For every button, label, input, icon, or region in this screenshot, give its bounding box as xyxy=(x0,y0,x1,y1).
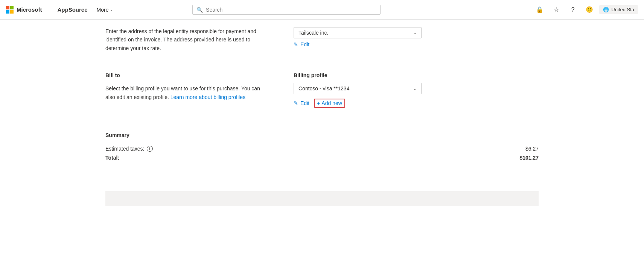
bill-to-label: Bill to xyxy=(105,72,263,78)
bill-to-description: Select the billing profile you want to u… xyxy=(105,84,263,101)
favorites-button[interactable]: ☆ xyxy=(550,3,563,17)
top-description-text: Enter the address of the legal entity re… xyxy=(105,27,263,52)
summary-label: Summary xyxy=(105,132,539,138)
learn-more-link[interactable]: Learn more about billing profiles xyxy=(171,94,245,100)
region-button[interactable]: 🌐 United Sta xyxy=(599,5,638,14)
top-right: Tailscale inc. ⌄ ✎ Edit xyxy=(294,27,422,52)
bill-to-section: Bill to Select the billing profile you w… xyxy=(105,60,539,120)
info-icon[interactable]: i xyxy=(147,146,153,152)
chevron-down-icon: ⌄ xyxy=(110,8,113,12)
feedback-button[interactable]: 🙂 xyxy=(583,3,596,17)
header-actions: 🔒 ☆ ? 🙂 🌐 United Sta xyxy=(533,3,638,17)
total-value: $101.27 xyxy=(519,155,539,161)
bottom-separator xyxy=(105,176,539,176)
lock-icon: 🔒 xyxy=(536,6,544,13)
microsoft-logo xyxy=(6,6,14,14)
region-label: United Sta xyxy=(611,7,634,12)
estimated-taxes-row: Estimated taxes: i $6.27 xyxy=(105,146,539,152)
star-icon: ☆ xyxy=(554,6,559,13)
pencil-icon: ✎ xyxy=(294,100,298,106)
help-button[interactable]: ? xyxy=(566,3,580,17)
address-edit-link[interactable]: ✎ Edit xyxy=(294,41,422,47)
globe-icon: 🌐 xyxy=(603,7,609,12)
address-edit-label: Edit xyxy=(300,41,309,47)
total-row: Total: $101.27 xyxy=(105,155,539,161)
top-section: Enter the address of the legal entity re… xyxy=(105,20,539,60)
add-new-link[interactable]: + Add new xyxy=(314,99,345,108)
bill-to-right: Billing profile Contoso - visa **1234 ⌄ … xyxy=(294,72,422,108)
search-input[interactable] xyxy=(206,7,376,13)
summary-section: Summary Estimated taxes: i $6.27 Total: … xyxy=(105,120,539,176)
smiley-icon: 🙂 xyxy=(586,6,593,13)
pencil-icon: ✎ xyxy=(294,41,298,47)
more-menu[interactable]: More ⌄ xyxy=(94,5,116,14)
bill-to-left: Bill to Select the billing profile you w… xyxy=(105,72,263,108)
search-box[interactable]: 🔍 xyxy=(192,5,381,15)
main-content: Enter the address of the legal entity re… xyxy=(0,20,644,206)
billing-profile-dropdown[interactable]: Contoso - visa **1234 ⌄ xyxy=(294,83,422,94)
estimated-taxes-label: Estimated taxes: xyxy=(105,146,145,152)
total-label: Total: xyxy=(105,155,119,161)
address-dropdown-value: Tailscale inc. xyxy=(298,30,328,36)
chevron-down-icon: ⌄ xyxy=(413,30,417,35)
billing-edit-label: Edit xyxy=(300,100,309,106)
billing-profile-label: Billing profile xyxy=(294,72,422,78)
header: Microsoft AppSource More ⌄ 🔍 🔒 ☆ ? 🙂 🌐 U… xyxy=(0,0,644,20)
estimated-taxes-left: Estimated taxes: i xyxy=(105,146,153,152)
logo[interactable]: Microsoft xyxy=(6,6,42,14)
add-new-label: Add new xyxy=(321,100,342,106)
billing-profile-value: Contoso - visa **1234 xyxy=(298,85,349,91)
brand-name: Microsoft xyxy=(17,6,42,13)
lock-button[interactable]: 🔒 xyxy=(533,3,547,17)
bill-actions: ✎ Edit + Add new xyxy=(294,99,422,108)
more-label: More xyxy=(97,7,109,13)
search-icon: 🔍 xyxy=(196,7,203,13)
bottom-bar xyxy=(105,191,539,206)
top-description: Enter the address of the legal entity re… xyxy=(105,27,263,52)
plus-icon: + xyxy=(317,100,320,106)
appsource-name: AppSource xyxy=(58,6,88,13)
header-divider xyxy=(53,6,53,14)
chevron-down-icon: ⌄ xyxy=(413,86,417,91)
billing-edit-link[interactable]: ✎ Edit xyxy=(294,100,309,106)
address-dropdown[interactable]: Tailscale inc. ⌄ xyxy=(294,27,422,38)
help-icon: ? xyxy=(571,6,575,13)
estimated-taxes-value: $6.27 xyxy=(525,146,539,152)
